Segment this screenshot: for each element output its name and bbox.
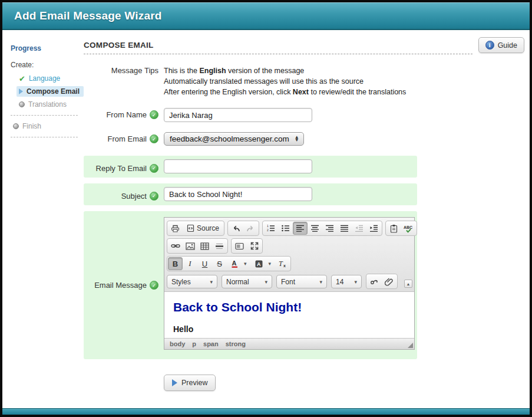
redo-icon[interactable] bbox=[243, 222, 258, 235]
play-icon bbox=[172, 379, 177, 386]
chevron-down-icon: ▾ bbox=[354, 279, 357, 285]
indent-icon[interactable] bbox=[366, 222, 381, 235]
from-email-selected-value: feedback@schoolmessenger.com bbox=[170, 134, 289, 143]
window-title: Add Email Message Wizard bbox=[14, 9, 162, 22]
preview-button-label: Preview bbox=[181, 379, 207, 387]
paste-icon[interactable] bbox=[386, 222, 401, 235]
iframe-icon[interactable] bbox=[232, 239, 247, 252]
from-email-row: From Email ✓ feedback@schoolmessenger.co… bbox=[84, 132, 417, 146]
window-footer-bar bbox=[2, 408, 530, 415]
styles-dropdown-label: Styles bbox=[171, 278, 191, 286]
valid-check-icon: ✓ bbox=[150, 164, 158, 173]
background-color-icon[interactable]: A ▾ bbox=[251, 257, 276, 270]
sidebar-divider bbox=[11, 115, 78, 116]
sidebar-item-label: Finish bbox=[22, 122, 41, 130]
tip-line-1: This is the English version of the messa… bbox=[164, 65, 406, 76]
align-right-icon[interactable] bbox=[322, 222, 337, 235]
editor-content[interactable]: Back to School Night! Hello bbox=[164, 292, 414, 338]
guide-button[interactable]: i Guide bbox=[478, 37, 524, 53]
bold-button[interactable]: B bbox=[168, 257, 183, 270]
reply-to-email-input[interactable] bbox=[164, 159, 312, 173]
tip-line-3: After entering the English version, clic… bbox=[164, 87, 406, 97]
text-color-icon[interactable]: A ▾ bbox=[227, 257, 251, 270]
font-size-dropdown[interactable]: 14 ▾ bbox=[331, 275, 362, 288]
collapse-toolbar-button[interactable]: ▲ bbox=[404, 280, 412, 288]
merge-field-icon[interactable] bbox=[367, 275, 382, 288]
wizard-body: Progress Create: ✔ Language Compose Emai… bbox=[2, 30, 530, 417]
svg-text:2: 2 bbox=[267, 228, 269, 232]
sidebar-item-language[interactable]: ✔ Language bbox=[16, 73, 84, 84]
align-left-icon[interactable] bbox=[293, 222, 308, 235]
path-p[interactable]: p bbox=[192, 340, 196, 347]
reply-to-email-label: Reply To Email bbox=[96, 164, 147, 173]
sidebar-item-translations[interactable]: Translations bbox=[16, 99, 84, 110]
svg-text:ABC: ABC bbox=[404, 225, 412, 229]
undo-icon[interactable] bbox=[229, 222, 243, 235]
justify-icon[interactable] bbox=[337, 222, 352, 235]
image-icon[interactable] bbox=[183, 239, 197, 252]
source-icon bbox=[187, 224, 194, 232]
valid-check-icon: ✓ bbox=[150, 134, 158, 143]
main-panel: COMPOSE EMAIL i Guide Message Tips This … bbox=[84, 41, 530, 417]
email-message-label: Email Message bbox=[94, 281, 147, 290]
guide-button-label: Guide bbox=[498, 41, 517, 50]
progress-group-label: Create: bbox=[11, 61, 84, 69]
page-title: COMPOSE EMAIL bbox=[84, 41, 472, 50]
underline-button[interactable]: U bbox=[197, 257, 212, 270]
maximize-icon[interactable] bbox=[247, 239, 262, 252]
progress-heading: Progress bbox=[11, 44, 84, 52]
remove-format-icon[interactable]: Tx bbox=[275, 257, 290, 270]
align-center-icon[interactable] bbox=[308, 222, 322, 235]
preview-button[interactable]: Preview bbox=[164, 375, 216, 391]
link-icon[interactable] bbox=[168, 239, 183, 252]
source-button[interactable]: Source bbox=[183, 222, 223, 235]
valid-check-icon: ✓ bbox=[150, 192, 158, 201]
sidebar-item-label: Language bbox=[29, 74, 60, 83]
italic-button[interactable]: I bbox=[183, 257, 197, 270]
format-dropdown[interactable]: Normal ▾ bbox=[222, 275, 272, 288]
from-email-select[interactable]: feedback@schoolmessenger.com ▲▼ bbox=[164, 132, 304, 146]
circle-icon bbox=[13, 123, 19, 129]
sidebar-item-compose-email[interactable]: Compose Email bbox=[16, 86, 84, 97]
path-strong[interactable]: strong bbox=[226, 340, 246, 347]
preview-row: Preview bbox=[164, 375, 417, 391]
format-dropdown-label: Normal bbox=[226, 278, 249, 286]
svg-text:A: A bbox=[232, 260, 237, 267]
compose-form: Message Tips This is the English version… bbox=[84, 64, 417, 417]
styles-dropdown[interactable]: Styles ▾ bbox=[167, 275, 217, 288]
font-dropdown-label: Font bbox=[281, 278, 295, 286]
attachment-icon[interactable] bbox=[382, 275, 396, 288]
numbered-list-icon[interactable]: 12 bbox=[263, 222, 278, 235]
sidebar-item-label: Translations bbox=[28, 100, 67, 109]
from-name-input[interactable] bbox=[164, 108, 312, 122]
path-span[interactable]: span bbox=[203, 340, 219, 347]
spellcheck-icon[interactable]: ABC bbox=[401, 222, 416, 235]
sidebar-item-finish[interactable]: Finish bbox=[11, 121, 84, 132]
subject-label: Subject bbox=[121, 192, 147, 201]
message-tips-row: Message Tips This is the English version… bbox=[84, 64, 417, 97]
editor-element-path: body p span strong bbox=[164, 338, 414, 349]
editor-paragraph-text: Hello bbox=[173, 324, 405, 334]
print-icon[interactable] bbox=[168, 222, 183, 235]
font-dropdown[interactable]: Font ▾ bbox=[276, 275, 327, 288]
window-title-bar: Add Email Message Wizard bbox=[2, 2, 530, 30]
reply-to-email-row: Reply To Email ✓ bbox=[84, 156, 417, 178]
chevron-down-icon: ▾ bbox=[210, 279, 213, 285]
resize-handle[interactable] bbox=[408, 343, 413, 348]
section-header: COMPOSE EMAIL i Guide bbox=[84, 41, 472, 54]
strikethrough-button[interactable]: S bbox=[212, 257, 227, 270]
subject-input[interactable] bbox=[164, 187, 312, 201]
valid-check-icon: ✓ bbox=[150, 281, 158, 290]
from-name-row: From Name ✓ bbox=[84, 108, 417, 122]
triangle-right-icon bbox=[19, 88, 23, 94]
outdent-icon[interactable] bbox=[352, 222, 366, 235]
chevron-down-icon: ▾ bbox=[265, 279, 267, 285]
table-icon[interactable] bbox=[197, 239, 212, 252]
sidebar-item-label: Compose Email bbox=[27, 87, 80, 96]
horizontal-rule-icon[interactable] bbox=[212, 239, 227, 252]
path-body[interactable]: body bbox=[170, 340, 185, 347]
bullet-list-icon[interactable] bbox=[278, 222, 293, 235]
rich-text-editor: Source bbox=[164, 217, 415, 350]
source-button-label: Source bbox=[197, 224, 219, 232]
circle-icon bbox=[19, 101, 25, 107]
